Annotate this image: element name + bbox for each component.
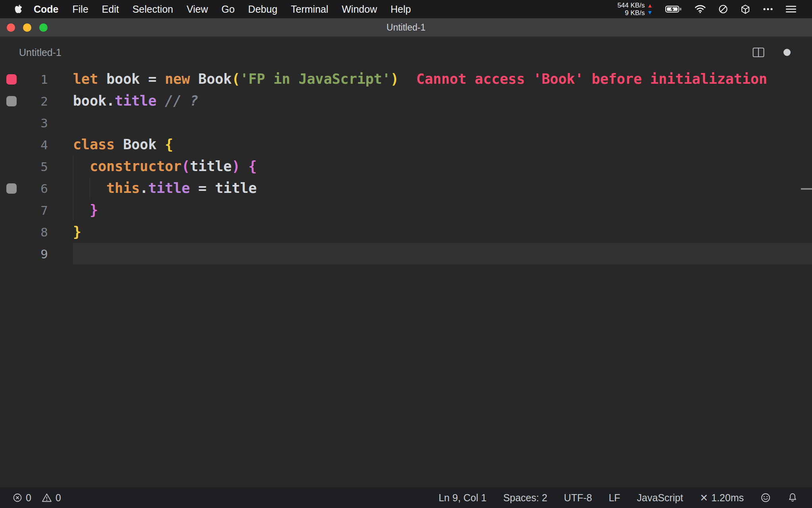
- code-line-8[interactable]: 8}: [0, 221, 812, 243]
- battery-charging-icon[interactable]: [665, 5, 682, 13]
- minimize-window-button[interactable]: [23, 23, 31, 32]
- code-token: title: [190, 158, 232, 174]
- wifi-icon[interactable]: [695, 5, 706, 13]
- code-token: new: [165, 71, 190, 87]
- warning-count: 0: [56, 492, 61, 504]
- line-number: 3: [17, 116, 48, 130]
- code-token: [73, 202, 90, 218]
- line-number: 9: [17, 247, 48, 261]
- code-token: (: [182, 158, 190, 174]
- menu-item-edit[interactable]: Edit: [95, 4, 126, 15]
- feedback-smiley-icon[interactable]: [760, 493, 771, 503]
- gutter-marker-gray-icon[interactable]: [6, 96, 17, 106]
- gutter-glyph-area[interactable]: [0, 112, 17, 134]
- code-line-6[interactable]: 6 this.title = title: [0, 177, 812, 199]
- code-line-3[interactable]: 3: [0, 112, 812, 134]
- timing-indicator[interactable]: ✕ 1.20ms: [700, 492, 744, 504]
- code-token: = title: [190, 180, 257, 196]
- code-content[interactable]: }: [73, 199, 812, 221]
- zoom-window-button[interactable]: [39, 23, 48, 32]
- network-speed-indicator[interactable]: 544 KB/s 9 KB/s ▲ ▼: [617, 2, 653, 17]
- error-count: 0: [26, 492, 31, 504]
- inline-error-annotation: Cannot access 'Book' before initializati…: [416, 71, 767, 87]
- code-token: title: [115, 93, 156, 109]
- code-content[interactable]: constructor(title) {: [73, 156, 812, 177]
- menu-item-help[interactable]: Help: [384, 4, 417, 15]
- menu-item-file[interactable]: File: [66, 4, 95, 15]
- traffic-lights: [7, 18, 48, 37]
- menu-app-name[interactable]: Code: [27, 4, 66, 15]
- indentation-setting[interactable]: Spaces: 2: [503, 492, 547, 504]
- code-token: this: [106, 180, 140, 196]
- code-content[interactable]: this.title = title: [73, 177, 812, 199]
- gutter-glyph-area[interactable]: [0, 134, 17, 156]
- indent-guide: [90, 177, 90, 199]
- code-token: // ?: [165, 93, 198, 109]
- gutter-glyph-area[interactable]: [0, 156, 17, 177]
- code-token: [157, 93, 165, 109]
- cube-icon[interactable]: [741, 4, 750, 14]
- code-content[interactable]: [73, 243, 812, 265]
- status-bar: 0 0 Ln 9, Col 1 Spaces: 2 UTF-8 LF JavaS…: [0, 487, 812, 508]
- cursor-position[interactable]: Ln 9, Col 1: [439, 492, 486, 504]
- code-line-7[interactable]: 7 }: [0, 199, 812, 221]
- code-line-9[interactable]: 9: [0, 243, 812, 265]
- menu-item-view[interactable]: View: [180, 4, 215, 15]
- code-content[interactable]: book.title // ?: [73, 90, 812, 112]
- menu-item-selection[interactable]: Selection: [126, 4, 180, 15]
- code-line-1[interactable]: 1let book = new Book('FP in JavaScript')…: [0, 68, 812, 90]
- code-token: [240, 158, 248, 174]
- net-down-arrow-icon: ▼: [647, 9, 653, 16]
- do-not-disturb-icon[interactable]: [718, 4, 728, 14]
- code-token: let: [73, 71, 98, 87]
- code-token: .: [140, 180, 148, 196]
- code-token: class: [73, 137, 115, 152]
- gutter-glyph-area[interactable]: [0, 90, 17, 112]
- code-token: Book: [115, 137, 165, 152]
- line-number: 2: [17, 94, 48, 108]
- line-number: 7: [17, 203, 48, 217]
- code-token: book =: [98, 71, 165, 87]
- code-content[interactable]: [73, 112, 812, 134]
- code-token: }: [73, 224, 81, 240]
- code-token: book.: [73, 93, 115, 109]
- code-line-2[interactable]: 2book.title // ?: [0, 90, 812, 112]
- menu-item-go[interactable]: Go: [215, 4, 241, 15]
- gutter-marker-error-icon[interactable]: [6, 74, 17, 85]
- indent-guide: [73, 156, 73, 177]
- menu-bar-items: FileEditSelectionViewGoDebugTerminalWind…: [66, 4, 418, 15]
- gutter-glyph-area[interactable]: [0, 221, 17, 243]
- menu-item-debug[interactable]: Debug: [241, 4, 284, 15]
- unsaved-changes-dot-icon[interactable]: [783, 49, 791, 56]
- menu-item-window[interactable]: Window: [335, 4, 384, 15]
- gutter-glyph-area[interactable]: [0, 243, 17, 265]
- code-line-4[interactable]: 4class Book {: [0, 134, 812, 156]
- problems-errors[interactable]: 0: [13, 492, 31, 504]
- gutter-marker-gray-icon[interactable]: [6, 183, 17, 194]
- code-token: {: [249, 158, 257, 174]
- gutter-glyph-area[interactable]: [0, 68, 17, 90]
- indent-guide: [73, 177, 73, 199]
- ellipsis-icon[interactable]: [763, 8, 773, 11]
- code-content[interactable]: }: [73, 221, 812, 243]
- gutter-glyph-area[interactable]: [0, 177, 17, 199]
- net-up-speed: 544 KB/s: [617, 2, 645, 9]
- notifications-bell-icon[interactable]: [787, 493, 798, 503]
- code-editor[interactable]: 1let book = new Book('FP in JavaScript')…: [0, 68, 812, 487]
- file-encoding[interactable]: UTF-8: [564, 492, 592, 504]
- gutter-glyph-area[interactable]: [0, 199, 17, 221]
- warning-icon: [42, 493, 52, 502]
- menu-item-terminal[interactable]: Terminal: [284, 4, 335, 15]
- close-window-button[interactable]: [7, 23, 15, 32]
- list-icon[interactable]: [786, 5, 796, 13]
- code-line-5[interactable]: 5 constructor(title) {: [0, 156, 812, 177]
- code-content[interactable]: let book = new Book('FP in JavaScript')C…: [73, 68, 812, 90]
- apple-menu-icon[interactable]: [10, 4, 27, 14]
- split-editor-icon[interactable]: [753, 47, 764, 58]
- problems-warnings[interactable]: 0: [42, 492, 61, 504]
- language-mode[interactable]: JavaScript: [637, 492, 683, 504]
- code-content[interactable]: class Book {: [73, 134, 812, 156]
- eol-sequence[interactable]: LF: [609, 492, 620, 504]
- code-token: Book: [190, 71, 232, 87]
- editor-tab-title[interactable]: Untitled-1: [0, 47, 61, 58]
